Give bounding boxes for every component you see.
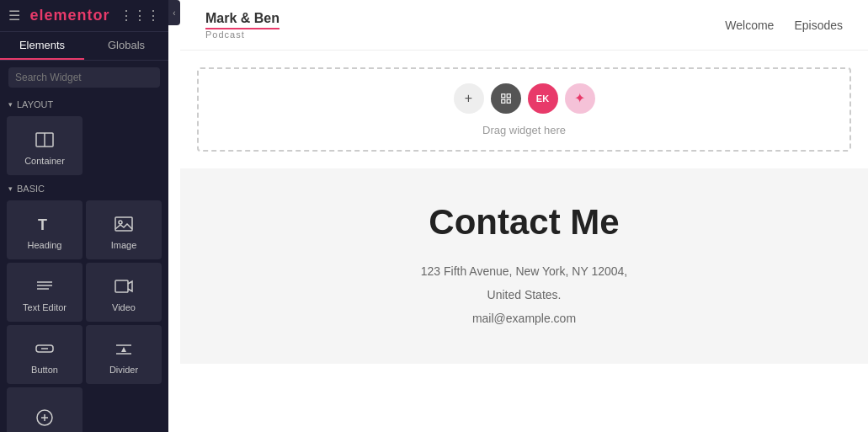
- contact-section: Contact Me 123 Fifth Avenue, New York, N…: [180, 168, 868, 364]
- elementor-logo: elementor: [29, 7, 109, 24]
- widget-button-label: Button: [31, 365, 58, 375]
- drag-widget-text: Drag widget here: [482, 124, 566, 136]
- widget-image[interactable]: Image: [86, 200, 162, 259]
- nav-link-welcome[interactable]: Welcome: [725, 19, 774, 32]
- basic-label: Basic: [17, 184, 45, 194]
- svg-rect-22: [501, 93, 504, 97]
- heading-icon: T: [35, 214, 55, 237]
- layout-chevron-icon: ▾: [8, 100, 13, 109]
- widget-heading-label: Heading: [28, 240, 62, 250]
- sidebar-tabs: Elements Globals: [0, 32, 168, 61]
- drop-zone: + EK ✦ Drag widget here: [197, 67, 851, 152]
- widget-image-label: Image: [111, 240, 137, 250]
- widget-heading[interactable]: T Heading: [7, 200, 83, 259]
- hamburger-icon[interactable]: ☰: [8, 8, 20, 24]
- basic-chevron-icon: ▾: [8, 184, 13, 193]
- widget-divider[interactable]: Divider: [86, 325, 162, 384]
- divider-icon: [114, 339, 134, 361]
- search-input[interactable]: [8, 67, 160, 88]
- widget-extra[interactable]: [7, 387, 83, 432]
- widget-button[interactable]: Button: [7, 325, 83, 384]
- basic-widget-grid: T Heading Image: [0, 197, 168, 432]
- widget-video[interactable]: Video: [86, 263, 162, 322]
- svg-rect-25: [507, 99, 510, 103]
- layout-section-label[interactable]: ▾ Layout: [0, 94, 168, 113]
- container-icon: [35, 130, 55, 152]
- search-container: [0, 61, 168, 94]
- contact-address: 123 Fifth Avenue, New York, NY 12004, Un…: [197, 259, 851, 330]
- svg-point-4: [119, 221, 122, 224]
- widget-text-editor[interactable]: Text Editor: [7, 263, 83, 322]
- layout-widget-grid: Container: [0, 113, 168, 179]
- ai-button[interactable]: ✦: [565, 83, 595, 114]
- grid-icon[interactable]: ⋮⋮⋮: [120, 8, 160, 24]
- button-icon: [35, 339, 55, 361]
- sidebar: ☰ elementor ⋮⋮⋮ Elements Globals ▾ Layou…: [0, 0, 168, 432]
- svg-rect-8: [115, 280, 128, 292]
- contact-address-line2: United States.: [197, 283, 851, 307]
- svg-marker-12: [121, 347, 126, 352]
- widget-container[interactable]: Container: [7, 116, 83, 175]
- layout-label: Layout: [17, 99, 53, 109]
- contact-email: mail@example.com: [197, 307, 851, 330]
- nav-link-episodes[interactable]: Episodes: [794, 19, 843, 32]
- topnav: Mark & Ben Podcast Welcome Episodes: [180, 0, 868, 51]
- tab-globals[interactable]: Globals: [84, 32, 168, 60]
- contact-address-line1: 123 Fifth Avenue, New York, NY 12004,: [197, 259, 851, 283]
- widget-text-editor-label: Text Editor: [23, 302, 67, 312]
- svg-rect-3: [115, 217, 132, 231]
- text-editor-icon: [35, 276, 55, 299]
- widget-library-button[interactable]: [491, 83, 521, 114]
- page-content: + EK ✦ Drag widget here Contact Me 123 F…: [180, 51, 868, 432]
- drop-buttons: + EK ✦: [454, 83, 595, 114]
- basic-section-label[interactable]: ▾ Basic: [0, 179, 168, 197]
- svg-rect-23: [507, 93, 510, 97]
- brand-name: Mark & Ben: [205, 10, 280, 26]
- nav-links: Welcome Episodes: [725, 19, 843, 32]
- sidebar-header: ☰ elementor ⋮⋮⋮: [0, 0, 168, 32]
- widget-video-label: Video: [112, 302, 136, 312]
- widget-container-label: Container: [24, 156, 65, 166]
- tab-elements[interactable]: Elements: [0, 32, 84, 60]
- widget-divider-label: Divider: [109, 365, 138, 375]
- video-icon: [114, 276, 134, 299]
- svg-rect-24: [501, 99, 504, 103]
- brand: Mark & Ben Podcast: [205, 10, 280, 40]
- elementor-kit-button[interactable]: EK: [528, 83, 558, 114]
- sidebar-collapse-handle[interactable]: ‹: [168, 0, 180, 25]
- main-content: Mark & Ben Podcast Welcome Episodes +: [180, 0, 868, 432]
- svg-text:T: T: [38, 216, 47, 233]
- image-icon: [114, 214, 134, 237]
- brand-sub: Podcast: [205, 29, 245, 40]
- add-widget-button[interactable]: +: [454, 83, 484, 114]
- extra-icon: [35, 408, 55, 430]
- contact-title: Contact Me: [197, 202, 851, 243]
